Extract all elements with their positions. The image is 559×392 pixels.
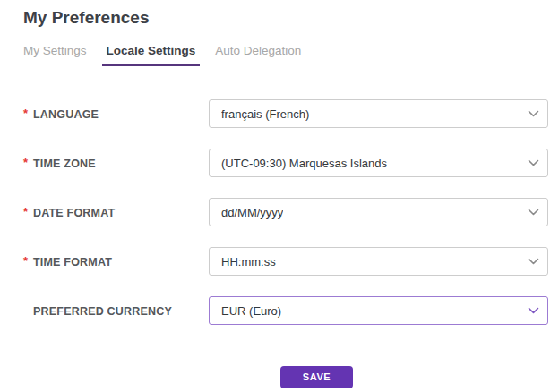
timezone-label: TIME ZONE	[33, 158, 96, 170]
tab-auto-delegation[interactable]: Auto Delegation	[211, 44, 305, 66]
time-format-label: TIME FORMAT	[33, 256, 112, 268]
date-format-label: DATE FORMAT	[33, 207, 115, 219]
time-format-label-cell: * TIME FORMAT	[23, 253, 209, 269]
form-row-time-format: * TIME FORMAT HH:mm:ss	[23, 247, 559, 276]
my-preferences-page: My Preferences My Settings Locale Settin…	[0, 0, 559, 392]
form-row-date-format: * DATE FORMAT dd/MM/yyyy	[23, 198, 559, 226]
required-marker: *	[23, 107, 28, 120]
required-marker: *	[23, 156, 28, 169]
chevron-down-icon	[528, 306, 539, 315]
chevron-down-icon	[528, 109, 539, 118]
tab-my-settings[interactable]: My Settings	[19, 44, 91, 66]
language-label-cell: * LANGUAGE	[23, 106, 209, 122]
required-marker: *	[23, 205, 28, 218]
form-row-language: * LANGUAGE français (French)	[23, 99, 559, 128]
language-select[interactable]: français (French)	[209, 99, 548, 128]
save-button[interactable]: SAVE	[280, 366, 353, 388]
tab-bar: My Settings Locale Settings Auto Delegat…	[0, 44, 559, 66]
currency-select-value: EUR (Euro)	[221, 304, 281, 318]
date-format-select[interactable]: dd/MM/yyyy	[209, 198, 548, 226]
tab-locale-settings[interactable]: Locale Settings	[102, 44, 201, 66]
chevron-down-icon	[528, 158, 539, 167]
save-row: SAVE	[23, 366, 559, 388]
locale-settings-form: * LANGUAGE français (French) * TIME ZONE…	[0, 99, 559, 388]
preferred-currency-label: PREFERRED CURRENCY	[33, 305, 172, 318]
form-row-preferred-currency: PREFERRED CURRENCY EUR (Euro)	[23, 296, 559, 325]
chevron-down-icon	[528, 208, 539, 217]
required-marker: *	[23, 254, 28, 268]
language-select-value: français (French)	[221, 107, 309, 121]
timezone-select-value: (UTC-09:30) Marquesas Islands	[221, 157, 387, 170]
timezone-label-cell: * TIME ZONE	[23, 155, 209, 171]
date-format-select-value: dd/MM/yyyy	[221, 206, 283, 219]
time-format-select-value: HH:mm:ss	[221, 255, 276, 268]
preferred-currency-label-cell: PREFERRED CURRENCY	[23, 303, 209, 319]
date-format-label-cell: * DATE FORMAT	[23, 204, 209, 220]
currency-select[interactable]: EUR (Euro)	[209, 296, 548, 325]
page-title: My Preferences	[0, 0, 559, 29]
time-format-select[interactable]: HH:mm:ss	[209, 247, 548, 276]
chevron-down-icon	[528, 257, 539, 266]
language-label: LANGUAGE	[33, 108, 99, 121]
form-row-timezone: * TIME ZONE (UTC-09:30) Marquesas Island…	[23, 149, 559, 177]
timezone-select[interactable]: (UTC-09:30) Marquesas Islands	[209, 149, 548, 177]
